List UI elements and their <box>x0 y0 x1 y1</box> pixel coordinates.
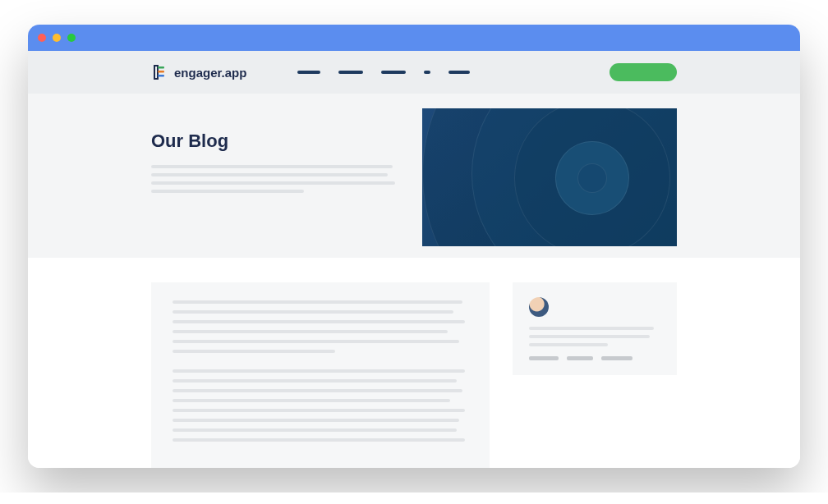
text-placeholder <box>151 190 304 193</box>
content-area <box>28 258 800 468</box>
text-placeholder <box>151 173 388 176</box>
brand-logo[interactable]: engager.app <box>151 64 246 80</box>
text-placeholder <box>172 419 459 422</box>
text-placeholder <box>151 165 393 168</box>
main-navbar: engager.app <box>28 51 800 94</box>
logo-icon <box>151 64 168 80</box>
text-placeholder <box>529 335 650 338</box>
window-minimize-icon[interactable] <box>53 34 61 42</box>
text-placeholder <box>172 428 457 432</box>
svg-rect-1 <box>158 71 164 73</box>
tag-row <box>529 356 660 360</box>
text-placeholder <box>151 181 395 185</box>
text-placeholder <box>172 369 465 373</box>
browser-window: engager.app Our Blog <box>28 25 800 468</box>
hero-image <box>422 108 677 246</box>
text-placeholder <box>172 330 448 333</box>
nav-item[interactable] <box>338 71 363 74</box>
text-placeholder <box>172 389 462 392</box>
text-placeholder <box>172 340 459 343</box>
text-placeholder <box>172 300 462 304</box>
text-placeholder <box>172 350 335 353</box>
nav-links <box>297 71 470 74</box>
tag-pill[interactable] <box>567 356 593 360</box>
cta-button[interactable] <box>610 63 677 81</box>
page-title: Our Blog <box>151 131 398 152</box>
author-avatar <box>529 297 549 317</box>
nav-item[interactable] <box>381 71 406 74</box>
text-placeholder <box>172 399 450 402</box>
author-card <box>513 282 677 375</box>
window-titlebar <box>28 25 800 51</box>
text-placeholder <box>172 379 457 383</box>
sidebar <box>513 282 677 468</box>
text-placeholder <box>172 320 465 323</box>
article-body <box>151 282 490 468</box>
nav-item[interactable] <box>424 71 430 74</box>
text-placeholder <box>529 343 608 346</box>
tag-pill[interactable] <box>601 356 632 360</box>
window-close-icon[interactable] <box>38 34 46 42</box>
brand-name: engager.app <box>174 66 246 80</box>
svg-rect-0 <box>158 66 164 69</box>
hero-text-block: Our Blog <box>151 131 398 198</box>
nav-item[interactable] <box>297 71 320 74</box>
hero-section: Our Blog <box>28 94 800 258</box>
nav-item[interactable] <box>448 71 470 74</box>
window-maximize-icon[interactable] <box>67 34 76 42</box>
text-placeholder <box>172 409 465 412</box>
text-placeholder <box>172 310 453 314</box>
svg-rect-2 <box>158 75 164 77</box>
text-placeholder <box>172 438 465 442</box>
text-placeholder <box>529 327 654 330</box>
tag-pill[interactable] <box>529 356 559 360</box>
